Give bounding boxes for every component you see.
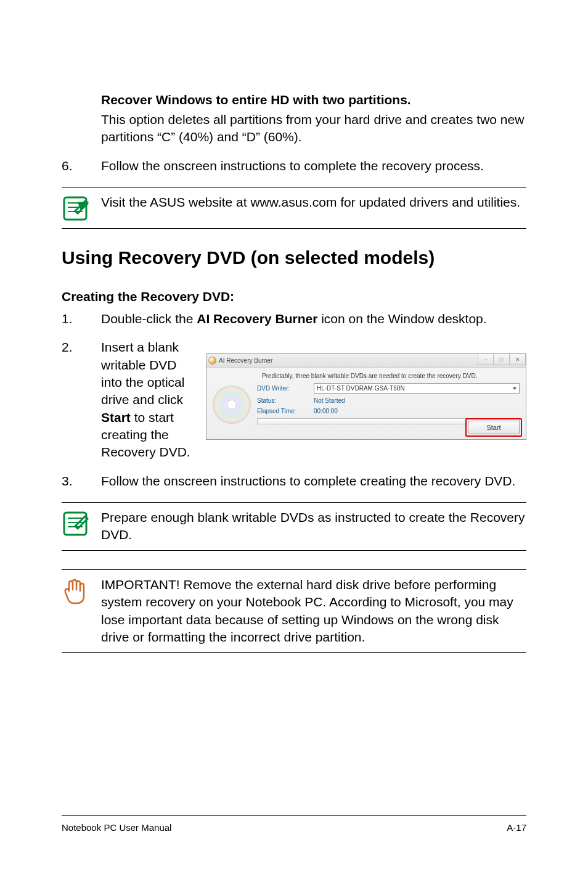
- window-controls: – □ ✕: [478, 354, 526, 365]
- dvd-writer-label: DVD Writer:: [257, 385, 314, 392]
- step-number: 3.: [62, 472, 101, 490]
- note-text: Visit the ASUS website at www.asus.com f…: [101, 194, 526, 211]
- note-box: Visit the ASUS website at www.asus.com f…: [62, 187, 526, 229]
- dvd-writer-select[interactable]: HL-DT-ST DVDRAM GSA-T50N: [314, 383, 520, 394]
- footer-page-number: A-17: [507, 822, 526, 833]
- text-bold: AI Recovery Burner: [197, 311, 317, 326]
- note-icon: [62, 194, 101, 222]
- elapsed-time-value: 00:00:00: [314, 408, 338, 415]
- status-label: Status:: [257, 397, 314, 404]
- step-2: 2. Insert a blank writable DVD into the …: [62, 339, 526, 461]
- text-pre: Insert a blank writable DVD into the opt…: [101, 340, 184, 406]
- minimize-button[interactable]: –: [478, 354, 494, 365]
- hand-icon: [62, 576, 101, 607]
- heading-creating-recovery-dvd: Creating the Recovery DVD:: [62, 289, 526, 304]
- step-text: Double-click the AI Recovery Burner icon…: [101, 310, 526, 328]
- maximize-button[interactable]: □: [494, 354, 510, 365]
- app-icon: [208, 357, 216, 365]
- page-footer: Notebook PC User Manual A-17: [62, 815, 526, 833]
- app-message: Predictably, three blank writable DVDs a…: [213, 371, 520, 379]
- step-1: 1. Double-click the AI Recovery Burner i…: [62, 310, 526, 328]
- window-title: AI Recovery Burner: [219, 357, 272, 364]
- step-number: 1.: [62, 310, 101, 328]
- window-body: Predictably, three blank writable DVDs a…: [206, 368, 526, 439]
- important-text: IMPORTANT! Remove the external hard disk…: [101, 576, 526, 646]
- note-text: Prepare enough blank writable DVDs as in…: [101, 509, 526, 544]
- important-box: IMPORTANT! Remove the external hard disk…: [62, 569, 526, 653]
- ai-recovery-burner-window: AI Recovery Burner – □ ✕ Predictably, th…: [206, 353, 526, 440]
- step-3: 3. Follow the onscreen instructions to c…: [62, 472, 526, 490]
- option-body: This option deletes all partitions from …: [101, 111, 526, 146]
- step-text: Follow the onscreen instructions to comp…: [101, 157, 526, 175]
- step-text: Follow the onscreen instructions to comp…: [101, 472, 526, 490]
- status-value: Not Started: [314, 397, 345, 404]
- step-number: 2.: [62, 339, 101, 461]
- elapsed-time-label: Elapsed Time:: [257, 408, 314, 415]
- step-number: 6.: [62, 157, 101, 175]
- note-icon: [62, 509, 101, 537]
- step-6: 6. Follow the onscreen instructions to c…: [62, 157, 526, 175]
- note-box: Prepare enough blank writable DVDs as in…: [62, 502, 526, 551]
- start-button[interactable]: Start: [468, 421, 520, 434]
- text-pre: Double-click the: [101, 311, 197, 326]
- window-titlebar[interactable]: AI Recovery Burner – □ ✕: [206, 354, 526, 368]
- heading-using-recovery-dvd: Using Recovery DVD (on selected models): [62, 247, 526, 268]
- footer-left: Notebook PC User Manual: [62, 822, 171, 833]
- text-post: icon on the Window desktop.: [317, 311, 486, 326]
- option-heading: Recover Windows to entire HD with two pa…: [101, 93, 526, 107]
- step-text: Insert a blank writable DVD into the opt…: [101, 339, 206, 461]
- text-bold: Start: [101, 410, 131, 424]
- dvd-disc-icon: [213, 386, 251, 424]
- close-button[interactable]: ✕: [510, 354, 526, 365]
